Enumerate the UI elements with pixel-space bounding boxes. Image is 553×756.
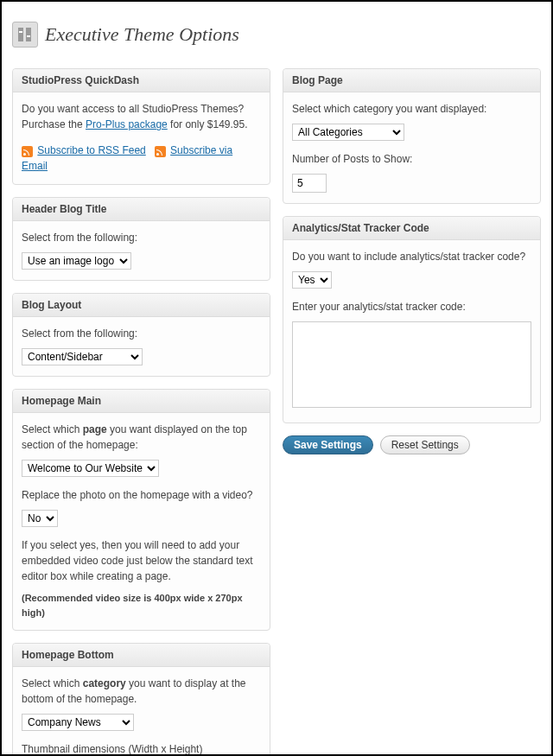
blog-page-num-input[interactable] xyxy=(292,174,327,193)
svg-rect-2 xyxy=(19,31,22,33)
homepage-bottom-head: Homepage Bottom xyxy=(13,644,270,667)
homepage-main-note: (Recommended video size is 400px wide x … xyxy=(22,591,261,619)
homepage-main-help: If you select yes, then you will need to… xyxy=(22,537,261,584)
homepage-bottom-text1: Select which category you want to displa… xyxy=(22,676,261,707)
homepage-main-video-select[interactable]: No xyxy=(22,510,58,527)
blog-page-box: Blog Page Select which category you want… xyxy=(283,68,541,204)
pro-plus-link[interactable]: Pro-Plus package xyxy=(86,118,168,130)
quickdash-body: Do you want access to all StudioPress Th… xyxy=(13,92,270,184)
page-title: Executive Theme Options xyxy=(45,23,239,46)
homepage-main-body: Select which page you want displayed on … xyxy=(13,413,270,630)
blog-page-cat-label: Select which category you want displayed… xyxy=(292,101,531,117)
quickdash-text2: for only $149.95. xyxy=(168,118,248,130)
rss-icon xyxy=(155,146,166,157)
svg-rect-1 xyxy=(26,28,31,41)
header-title-select[interactable]: Use an image logo xyxy=(22,252,131,270)
homepage-main-page-select[interactable]: Welcome to Our Website xyxy=(22,460,159,477)
button-row: Save Settings Reset Settings xyxy=(283,435,541,454)
header-title-body: Select from the following: Use an image … xyxy=(13,221,270,280)
right-column: Blog Page Select which category you want… xyxy=(283,68,541,756)
homepage-main-video-label: Replace the photo on the homepage with a… xyxy=(22,487,261,503)
quickdash-text: Do you want access to all StudioPress Th… xyxy=(22,101,261,132)
options-frame: Executive Theme Options StudioPress Quic… xyxy=(0,0,553,756)
subscribe-row: Subscribe to RSS Feed Subscribe via Emai… xyxy=(22,143,261,174)
columns: StudioPress QuickDash Do you want access… xyxy=(12,68,541,756)
analytics-body: Do you want to include analytics/stat tr… xyxy=(283,240,540,422)
blog-page-head: Blog Page xyxy=(283,69,540,92)
hm-t1b: page xyxy=(83,423,107,435)
homepage-bottom-cat-select[interactable]: Company News xyxy=(22,714,134,731)
header-title-head: Header Blog Title xyxy=(13,198,270,221)
quickdash-box: StudioPress QuickDash Do you want access… xyxy=(12,68,270,185)
header-title-label: Select from the following: xyxy=(22,230,261,245)
blog-layout-box: Blog Layout Select from the following: C… xyxy=(12,293,270,377)
theme-options-icon xyxy=(12,22,38,48)
blog-layout-label: Select from the following: xyxy=(22,326,261,341)
svg-rect-0 xyxy=(18,28,23,41)
svg-rect-3 xyxy=(27,35,30,37)
hb-t1b: category xyxy=(83,677,126,689)
hb-t1a: Select which xyxy=(22,677,83,689)
rss-icon xyxy=(22,146,33,157)
blog-page-num-label: Number of Posts to Show: xyxy=(292,151,531,167)
analytics-head: Analytics/Stat Tracker Code xyxy=(283,217,540,240)
quickdash-head: StudioPress QuickDash xyxy=(13,69,270,92)
homepage-bottom-box: Homepage Bottom Select which category yo… xyxy=(12,643,270,756)
homepage-main-head: Homepage Main xyxy=(13,390,270,413)
analytics-include-label: Do you want to include analytics/stat tr… xyxy=(292,249,531,264)
homepage-bottom-body: Select which category you want to displa… xyxy=(13,667,270,756)
thumb-label: Thumbnail dimensions (Width x Height) xyxy=(22,741,261,756)
analytics-box: Analytics/Stat Tracker Code Do you want … xyxy=(283,216,541,423)
homepage-main-text1: Select which page you want displayed on … xyxy=(22,422,261,453)
header-title-box: Header Blog Title Select from the follow… xyxy=(12,197,270,281)
analytics-code-label: Enter your analytics/stat tracker code: xyxy=(292,299,531,314)
page-title-row: Executive Theme Options xyxy=(12,10,541,58)
save-button[interactable]: Save Settings xyxy=(283,435,373,454)
blog-layout-head: Blog Layout xyxy=(13,294,270,317)
blog-page-body: Select which category you want displayed… xyxy=(283,92,540,203)
left-column: StudioPress QuickDash Do you want access… xyxy=(12,68,270,756)
homepage-main-box: Homepage Main Select which page you want… xyxy=(12,389,270,631)
rss-link[interactable]: Subscribe to RSS Feed xyxy=(37,144,145,156)
reset-button[interactable]: Reset Settings xyxy=(380,435,470,454)
analytics-include-select[interactable]: Yes xyxy=(292,271,332,289)
hm-t1a: Select which xyxy=(22,423,83,435)
blog-layout-select[interactable]: Content/Sidebar xyxy=(22,348,143,365)
blog-layout-body: Select from the following: Content/Sideb… xyxy=(13,317,270,376)
analytics-code-textarea[interactable] xyxy=(292,321,531,408)
blog-page-cat-select[interactable]: All Categories xyxy=(292,124,404,141)
